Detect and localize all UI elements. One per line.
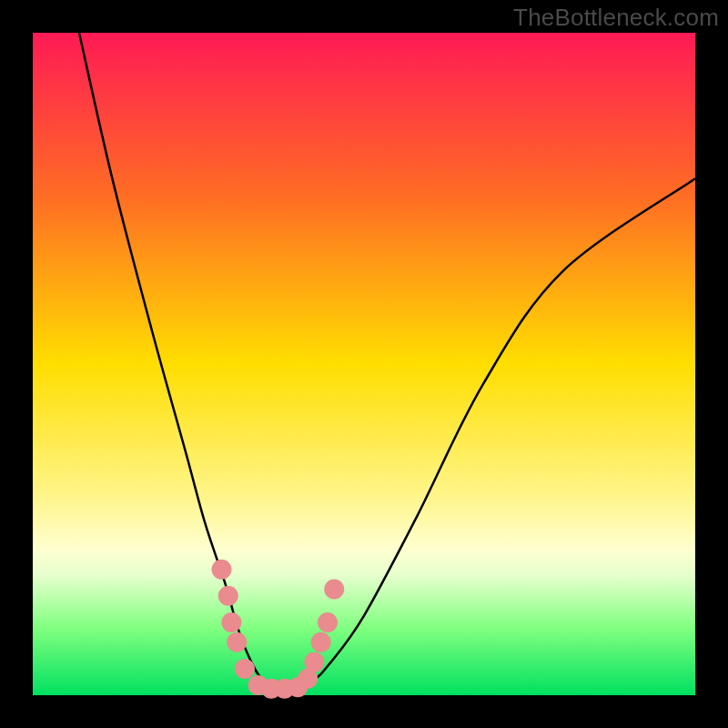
marker-dot bbox=[324, 580, 344, 600]
watermark-text: TheBottleneck.com bbox=[513, 4, 719, 32]
chart-frame: TheBottleneck.com bbox=[0, 0, 728, 728]
bottleneck-chart bbox=[0, 0, 728, 728]
marker-dot bbox=[221, 612, 241, 632]
marker-dot bbox=[311, 632, 331, 652]
marker-dot bbox=[211, 560, 231, 580]
marker-dot bbox=[218, 586, 238, 606]
marker-dot bbox=[304, 652, 324, 672]
marker-dot bbox=[227, 632, 247, 652]
marker-dot bbox=[235, 659, 255, 679]
marker-dot bbox=[318, 612, 338, 632]
plot-background bbox=[33, 33, 695, 695]
